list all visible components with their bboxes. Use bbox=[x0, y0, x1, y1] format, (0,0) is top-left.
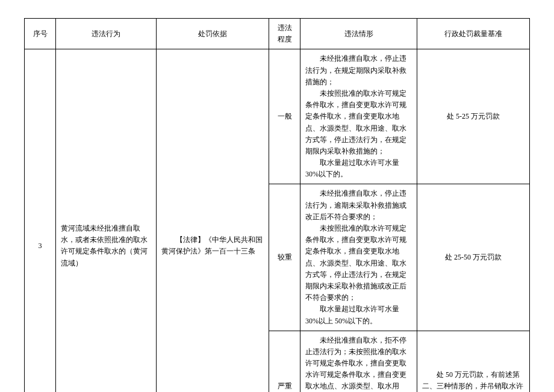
circumstance-text: 未经批准擅自取水，停止违法行为，逾期未采取补救措施或改正后不符合要求的； bbox=[305, 188, 412, 223]
table-header-row: 序号 违法行为 处罚依据 违法程度 违法情形 行政处罚裁量基准 bbox=[25, 19, 530, 49]
circumstance-text: 未按照批准的取水许可规定条件取水，擅自变更取水许可规定条件取水，擅自变更取水地点… bbox=[305, 223, 412, 303]
penalty-text: 处 50 万元罚款，有前述第二、三种情形的，并吊销取水许可证 bbox=[422, 369, 524, 392]
basis-text: 【法律】《中华人民共和国黄河保护法》第一百一十三条 bbox=[161, 234, 264, 257]
cell-penalty: 处 25-50 万元罚款 bbox=[417, 184, 530, 331]
cell-circumstance: 未经批准擅自取水，停止违法行为，在规定期限内采取补救措施的； 未按照批准的取水许… bbox=[300, 49, 417, 184]
cell-severity: 一般 bbox=[269, 49, 300, 184]
cell-penalty: 处 50 万元罚款，有前述第二、三种情形的，并吊销取水许可证 bbox=[417, 331, 530, 392]
header-severity: 违法程度 bbox=[269, 19, 300, 49]
header-seq: 序号 bbox=[25, 19, 56, 49]
circumstance-text: 取水量超过取水许可水量 30%以上 50%以下的。 bbox=[305, 303, 412, 326]
header-behavior: 违法行为 bbox=[56, 19, 157, 49]
cell-seq: 3 bbox=[25, 49, 56, 392]
cell-severity: 较重 bbox=[269, 184, 300, 331]
circumstance-text: 未按照批准的取水许可规定条件取水，擅自变更取水许可规定条件取水，擅自变更取水地点… bbox=[305, 88, 412, 157]
circumstance-text: 取水量超过取水许可水量 30%以下的。 bbox=[305, 157, 412, 180]
header-penalty: 行政处罚裁量基准 bbox=[417, 19, 530, 49]
header-basis: 处罚依据 bbox=[157, 19, 269, 49]
cell-behavior: 黄河流域未经批准擅自取水，或者未依照批准的取水许可规定条件取水的（黄河流域） bbox=[56, 49, 157, 392]
penalty-table: 序号 违法行为 处罚依据 违法程度 违法情形 行政处罚裁量基准 3 黄河流域未经… bbox=[24, 18, 530, 392]
cell-penalty: 处 5-25 万元罚款 bbox=[417, 49, 530, 184]
circumstance-text: 未经批准擅自取水，拒不停止违法行为；未按照批准的取水许可规定条件取水，擅自变更取… bbox=[305, 335, 412, 392]
cell-severity: 严重 bbox=[269, 331, 300, 392]
cell-circumstance: 未经批准擅自取水，停止违法行为，逾期未采取补救措施或改正后不符合要求的； 未按照… bbox=[300, 184, 417, 331]
header-circumstance: 违法情形 bbox=[300, 19, 417, 49]
table-row: 3 黄河流域未经批准擅自取水，或者未依照批准的取水许可规定条件取水的（黄河流域）… bbox=[25, 49, 530, 184]
circumstance-text: 未经批准擅自取水，停止违法行为，在规定期限内采取补救措施的； bbox=[305, 53, 412, 88]
cell-circumstance: 未经批准擅自取水，拒不停止违法行为；未按照批准的取水许可规定条件取水，擅自变更取… bbox=[300, 331, 417, 392]
cell-basis: 【法律】《中华人民共和国黄河保护法》第一百一十三条 bbox=[157, 49, 269, 392]
